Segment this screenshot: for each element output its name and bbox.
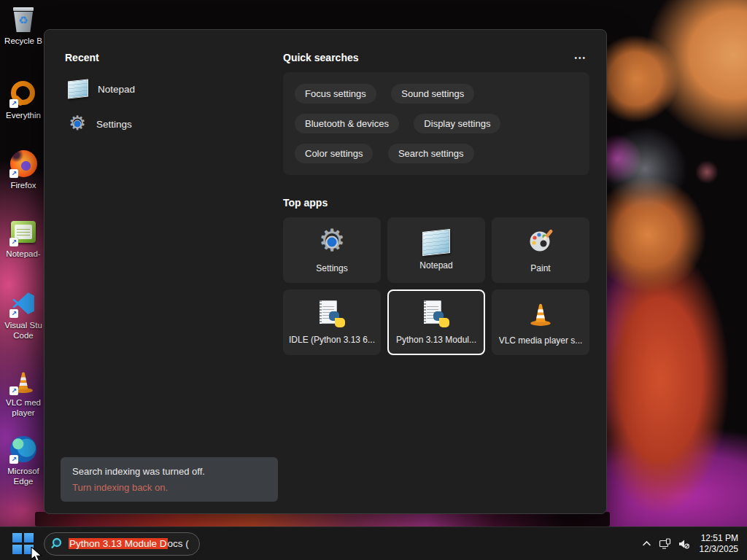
icon-label: Recycle B bbox=[0, 36, 47, 46]
vlc-cone-icon bbox=[527, 299, 554, 330]
tile-label: Paint bbox=[530, 263, 550, 273]
quick-search-pill-color-settings[interactable]: Color settings bbox=[295, 144, 373, 163]
tile-python-module-docs[interactable]: Python 3.13 Modul... bbox=[387, 289, 485, 355]
desktop-icon-vscode[interactable]: Visual StuCode bbox=[0, 289, 47, 341]
indexing-notice: Search indexing was turned off. Turn ind… bbox=[61, 457, 278, 502]
quick-search-pill-bluetooth-devices[interactable]: Bluetooth & devices bbox=[295, 114, 399, 133]
icon-label: Visual Stu bbox=[0, 320, 47, 330]
clock-time: 12:51 PM bbox=[700, 533, 738, 544]
clock-date: 12/3/2025 bbox=[700, 544, 738, 555]
notepad-icon bbox=[422, 228, 450, 255]
tray-chevron-up-icon[interactable] bbox=[641, 538, 652, 549]
taskbar-clock[interactable]: 12:51 PM 12/3/2025 bbox=[700, 533, 738, 555]
tile-label: IDLE (Python 3.13 6... bbox=[289, 335, 375, 345]
recycle-bin-icon bbox=[9, 4, 38, 34]
notepad-plus-plus-icon bbox=[9, 217, 38, 246]
system-tray: 12:51 PM 12/3/2025 bbox=[641, 533, 747, 555]
taskbar-search-box[interactable]: Python 3.13 Module Docs ( bbox=[44, 532, 200, 556]
python-doc-icon bbox=[317, 300, 347, 329]
settings-gear-icon bbox=[68, 114, 87, 133]
tile-settings[interactable]: Settings bbox=[283, 217, 381, 283]
icon-label: Everythin bbox=[0, 110, 47, 120]
recent-item-label: Settings bbox=[96, 119, 132, 130]
desktop: { "desktop_icons": [ {"id": "recycle-bin… bbox=[0, 0, 747, 560]
taskbar: Python 3.13 Module Docs ( 12:51 PM 12/3/… bbox=[0, 526, 747, 560]
icon-label: Microsof bbox=[0, 466, 47, 476]
tile-label: VLC media player s... bbox=[499, 335, 583, 346]
more-options-icon[interactable]: ••• bbox=[571, 52, 589, 63]
recent-item-settings[interactable]: Settings bbox=[68, 114, 135, 133]
shortcut-arrow-icon bbox=[9, 386, 18, 395]
windows-logo-icon bbox=[12, 533, 22, 542]
everything-search-icon bbox=[9, 79, 38, 108]
icon-label: Firefox bbox=[0, 180, 47, 190]
quick-searches-box: Focus settings Sound settings Bluetooth … bbox=[283, 72, 589, 175]
tile-paint[interactable]: Paint bbox=[492, 217, 589, 283]
display-device-tray-icon[interactable] bbox=[659, 538, 671, 550]
quick-search-pill-search-settings[interactable]: Search settings bbox=[388, 144, 474, 163]
search-unselected-text: ocs ( bbox=[168, 538, 189, 549]
desktop-icon-recycle-bin[interactable]: Recycle B bbox=[0, 4, 47, 46]
shortcut-arrow-icon bbox=[9, 238, 18, 246]
volume-muted-icon[interactable] bbox=[678, 538, 690, 550]
search-input-text: Python 3.13 Module Docs ( bbox=[69, 538, 189, 549]
recent-section: Recent Notepad Settings bbox=[65, 52, 135, 133]
quick-search-pill-sound-settings[interactable]: Sound settings bbox=[391, 84, 474, 104]
quick-search-pill-focus-settings[interactable]: Focus settings bbox=[295, 84, 376, 104]
quick-searches-title: Quick searches bbox=[283, 52, 359, 63]
tile-idle-python[interactable]: IDLE (Python 3.13 6... bbox=[283, 289, 381, 355]
desktop-icon-firefox[interactable]: Firefox bbox=[0, 149, 47, 190]
shortcut-arrow-icon bbox=[9, 169, 18, 178]
turn-indexing-on-link[interactable]: Turn indexing back on. bbox=[72, 482, 266, 493]
shortcut-arrow-icon bbox=[9, 99, 18, 108]
indexing-notice-message: Search indexing was turned off. bbox=[72, 466, 266, 477]
top-apps-title: Top apps bbox=[283, 197, 589, 209]
paint-palette-icon bbox=[527, 227, 554, 257]
desktop-icon-everything[interactable]: Everythin bbox=[0, 79, 47, 120]
recent-title: Recent bbox=[65, 52, 135, 63]
search-results-column: Quick searches ••• Focus settings Sound … bbox=[283, 52, 589, 355]
tile-notepad[interactable]: Notepad bbox=[387, 217, 485, 283]
tile-label: Notepad bbox=[419, 260, 452, 271]
tile-vlc-media-player[interactable]: VLC media player s... bbox=[492, 289, 589, 355]
desktop-icon-vlc[interactable]: VLC medplayer bbox=[0, 366, 47, 418]
tile-label: Settings bbox=[316, 263, 347, 273]
recent-item-notepad[interactable]: Notepad bbox=[68, 79, 135, 98]
icon-label: VLC med bbox=[0, 397, 47, 408]
mouse-cursor bbox=[31, 547, 43, 560]
firefox-icon bbox=[9, 149, 38, 178]
vscode-icon bbox=[9, 289, 38, 318]
search-selected-text: Python 3.13 Module D bbox=[69, 538, 168, 549]
edge-icon bbox=[9, 435, 38, 464]
search-icon bbox=[51, 537, 63, 550]
settings-gear-icon bbox=[317, 227, 347, 257]
vlc-cone-icon bbox=[9, 366, 38, 395]
notepad-icon bbox=[68, 79, 88, 98]
top-apps-grid: Settings Notepad bbox=[283, 217, 589, 355]
shortcut-arrow-icon bbox=[9, 455, 18, 464]
icon-label: Notepad- bbox=[0, 249, 47, 259]
tile-label: Python 3.13 Modul... bbox=[396, 335, 476, 345]
desktop-icon-notepad-plus-plus[interactable]: Notepad- bbox=[0, 217, 47, 259]
python-doc-icon bbox=[422, 300, 451, 329]
recent-item-label: Notepad bbox=[98, 84, 135, 95]
desktop-icon-edge[interactable]: MicrosofEdge bbox=[0, 435, 47, 486]
search-flyout-panel: Recent Notepad Settings Quick searches •… bbox=[44, 29, 607, 514]
shortcut-arrow-icon bbox=[9, 309, 18, 318]
wallpaper-streak bbox=[35, 512, 610, 526]
quick-search-pill-display-settings[interactable]: Display settings bbox=[414, 114, 500, 133]
